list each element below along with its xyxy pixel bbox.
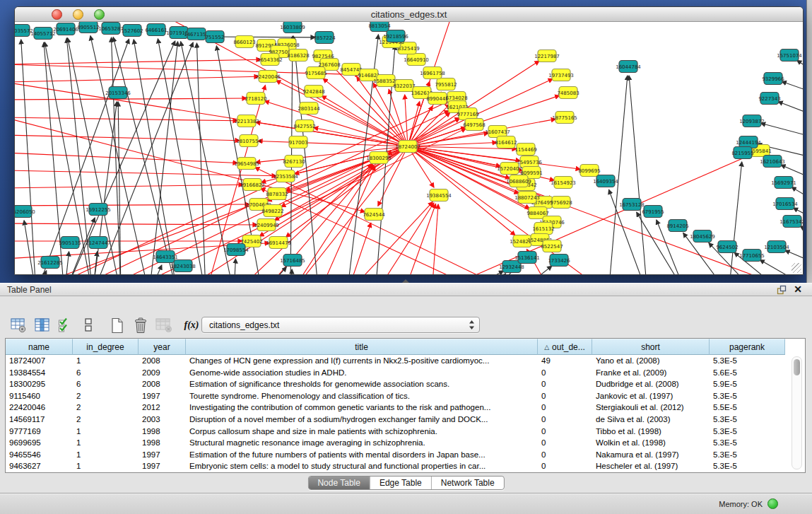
network-canvas[interactable]: 1872400718300295193845548660123891295518… <box>15 22 803 274</box>
network-node[interactable]: 917003 <box>289 136 308 148</box>
network-node[interactable]: 16543362 <box>257 54 283 66</box>
table-row[interactable]: 911546021997Tourette syndrome. Phenomeno… <box>6 390 805 402</box>
network-node[interactable]: 8186328 <box>287 49 309 62</box>
minimize-window-button[interactable] <box>73 9 83 20</box>
network-node[interactable]: 21247447 <box>86 237 111 249</box>
table-row[interactable]: 1938455462009Genome-wide association stu… <box>6 367 805 379</box>
network-node[interactable]: 25206050 <box>15 206 35 218</box>
network-node[interactable]: 20153346 <box>105 87 131 99</box>
network-node[interactable]: 18807243 <box>514 192 540 204</box>
network-node[interactable]: 8164612 <box>495 136 517 148</box>
scrollbar-thumb[interactable] <box>794 359 800 375</box>
network-node[interactable]: 16914479 <box>266 237 291 249</box>
function-builder-button[interactable]: f(x) <box>183 317 200 334</box>
network-node[interactable]: 15136141 <box>514 252 540 264</box>
window-titlebar[interactable]: citations_edges.txt <box>15 7 803 22</box>
network-node[interactable]: 1527602 <box>121 25 143 37</box>
network-node[interactable]: 18243038 <box>170 260 196 272</box>
network-node[interactable]: 19384554 <box>426 189 452 201</box>
table-selector-dropdown[interactable]: citations_edges.txt <box>201 317 480 333</box>
column-header-year[interactable]: year <box>139 339 186 355</box>
network-node[interactable]: 9242848 <box>302 86 324 98</box>
network-node[interactable]: 8522547 <box>541 240 563 252</box>
table-row[interactable]: 977716911998Corpus callosum shape and si… <box>6 426 805 438</box>
network-node[interactable]: 1615132 <box>532 223 554 235</box>
network-node[interactable]: 10653287 <box>98 23 124 35</box>
table-row[interactable]: 1830029562008Estimation of significance … <box>6 378 805 390</box>
network-node[interactable]: 19737493 <box>548 69 574 81</box>
network-node[interactable]: 6466161 <box>145 24 167 36</box>
network-node[interactable]: 16640910 <box>404 54 429 66</box>
delete-column-button[interactable] <box>132 317 149 334</box>
column-header-pagerank[interactable]: pagerank <box>710 339 785 355</box>
network-node[interactable]: 8215955 <box>731 147 753 159</box>
zoom-window-button[interactable] <box>94 9 105 20</box>
float-window-icon[interactable] <box>777 285 787 295</box>
network-node[interactable]: 15720407 <box>497 163 522 175</box>
tab-node-table[interactable]: Node Table <box>308 477 370 489</box>
network-node[interactable]: 8878332 <box>266 188 288 200</box>
network-node[interactable]: 9227343 <box>758 93 780 105</box>
network-node[interactable]: 8914205 <box>666 220 688 232</box>
show-columns-button[interactable] <box>33 317 50 334</box>
network-node[interactable]: 2718120 <box>245 93 266 105</box>
column-header-out_de[interactable]: △out_de... <box>538 339 592 355</box>
network-node[interactable]: 18724007 <box>395 141 420 153</box>
create-column-button[interactable] <box>109 317 126 334</box>
network-node[interactable]: 20691406 <box>53 23 78 35</box>
network-node[interactable]: 1154469 <box>514 144 536 156</box>
network-node[interactable]: 10688609 <box>506 175 531 187</box>
table-scrollbar[interactable] <box>792 356 802 469</box>
column-header-name[interactable]: name <box>6 339 73 355</box>
network-node[interactable]: 9175685 <box>305 67 326 79</box>
network-node[interactable]: 16033809 <box>280 22 305 33</box>
network-node[interactable]: 8427552 <box>293 120 315 132</box>
table-settings-button[interactable] <box>10 317 27 334</box>
network-node[interactable]: 15716485 <box>280 255 305 267</box>
network-node[interactable]: 16210643 <box>760 156 785 168</box>
network-node[interactable]: 17098554 <box>223 244 249 256</box>
network-node[interactable]: 18300295 <box>366 152 392 164</box>
network-node[interactable]: 6497568 <box>463 119 485 131</box>
window-resize-grip[interactable] <box>792 263 801 273</box>
table-row[interactable]: 946362711997Embryonic stem cells: a mode… <box>6 460 805 472</box>
network-node[interactable]: 9756928 <box>550 197 572 209</box>
tab-edge-table[interactable]: Edge Table <box>370 477 431 489</box>
network-node[interactable]: 12217987 <box>534 50 560 62</box>
network-node[interactable]: 12093872 <box>739 115 765 127</box>
network-node[interactable]: 8099695 <box>578 165 600 177</box>
network-node[interactable]: 8813054 <box>368 22 391 32</box>
network-node[interactable]: 12353584 <box>273 170 298 182</box>
network-node[interactable]: 19166822 <box>240 179 265 191</box>
network-node[interactable]: 16409354 <box>593 175 618 187</box>
table-row[interactable]: 1456911722003Disruption of a novel membe… <box>6 414 805 426</box>
network-node[interactable]: 19218596 <box>383 30 408 42</box>
column-header-short[interactable]: short <box>592 339 710 355</box>
network-node[interactable]: 2803144 <box>298 103 320 115</box>
table-row[interactable]: 946554611997Estimation of the future num… <box>6 449 805 461</box>
network-node[interactable]: 7857224 <box>313 32 336 44</box>
network-node[interactable]: 7485083 <box>557 87 579 99</box>
tab-network-table[interactable]: Network Table <box>431 477 504 489</box>
network-node[interactable]: 15912255 <box>86 204 111 216</box>
table-row[interactable]: 2242004622012Investigating the contribut… <box>6 402 805 414</box>
network-node[interactable]: 21612285 <box>37 257 63 269</box>
network-node[interactable]: 11675342 <box>779 216 803 228</box>
table-row[interactable]: 969969511998Structural magnetic resonanc… <box>6 437 805 449</box>
network-node[interactable]: 9329966 <box>762 73 784 85</box>
network-node[interactable]: 18775165 <box>552 112 577 124</box>
network-node[interactable]: 12103504 <box>764 241 789 253</box>
column-header-in_degree[interactable]: in_degree <box>73 339 139 355</box>
network-node[interactable]: 16961758 <box>420 67 445 79</box>
network-node[interactable]: 5905135 <box>59 237 81 249</box>
network-node[interactable]: 6791955 <box>642 206 664 218</box>
network-node[interactable]: 16154923 <box>551 177 576 189</box>
network-node[interactable]: 1733426 <box>548 255 570 267</box>
network-node[interactable]: 7955812 <box>435 78 457 90</box>
network-node[interactable]: 18045629 <box>690 230 715 243</box>
network-node[interactable]: 7624544 <box>363 209 385 221</box>
table-row[interactable]: 1872400712008Changes of HCN gene express… <box>6 355 805 367</box>
close-panel-icon[interactable]: ✕ <box>794 285 802 294</box>
network-node[interactable]: 9624502 <box>716 241 738 253</box>
network-node[interactable]: 17710655 <box>739 250 765 262</box>
